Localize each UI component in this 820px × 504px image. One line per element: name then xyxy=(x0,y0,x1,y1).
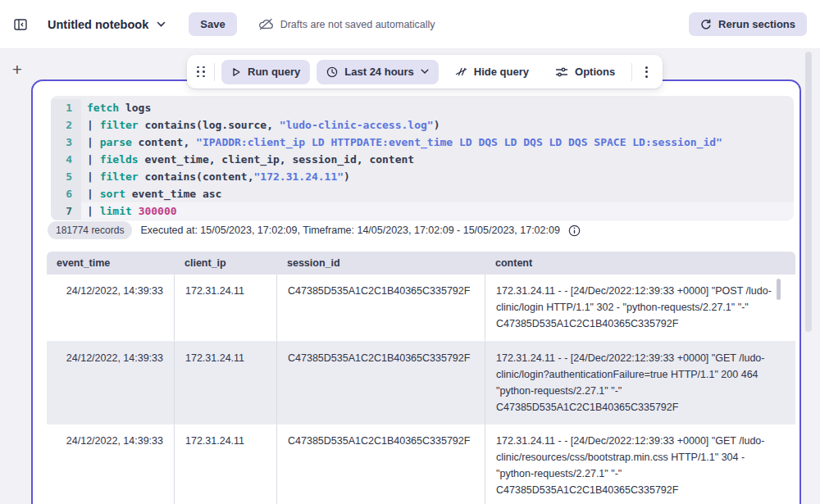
chevron-down-icon xyxy=(421,69,429,75)
cell-client_ip: 172.31.24.11 xyxy=(175,342,277,424)
code-line[interactable]: 6| sort event_time asc xyxy=(51,185,794,202)
hide-query-label: Hide query xyxy=(474,66,529,78)
info-icon[interactable] xyxy=(568,225,581,237)
section-toolbar: Run query Last 24 hours Hide query xyxy=(187,55,663,89)
timeframe-label: Last 24 hours xyxy=(344,66,414,78)
cell-session_id: C47385D535A1C2C1B40365C335792F xyxy=(277,425,485,504)
table-row[interactable]: 24/12/2022, 14:39:33172.31.24.11C47385D5… xyxy=(47,342,795,425)
code-line[interactable]: 3| parse content, "IPADDR:client_ip LD H… xyxy=(51,134,794,151)
notebook-topbar: Untitled notebook Save Drafts are not sa… xyxy=(0,0,820,49)
timeframe-selector[interactable]: Last 24 hours xyxy=(317,60,439,84)
collapse-sidebar-button[interactable] xyxy=(13,17,28,32)
drag-handle-icon[interactable] xyxy=(195,63,207,81)
table-vertical-scrollbar[interactable] xyxy=(777,279,781,300)
code-lines: 1fetch logs2| filter contains(log.source… xyxy=(51,99,794,220)
table-header-row: event_timeclient_ipsession_idcontent xyxy=(47,252,795,275)
cell-content: 172.31.24.11 - - [24/Dec/2022:12:39:33 +… xyxy=(485,342,795,424)
code-text: | sort event_time asc xyxy=(81,185,221,202)
line-number: 5 xyxy=(51,168,81,185)
clock-icon xyxy=(326,66,338,78)
refresh-icon xyxy=(700,19,712,30)
cell-event_time: 24/12/2022, 14:39:33 xyxy=(47,275,175,341)
page-vertical-scrollbar[interactable] xyxy=(805,52,812,332)
code-text: | filter contains(content,"172.31.24.11"… xyxy=(81,168,350,185)
sliders-icon xyxy=(555,66,568,78)
table-row[interactable]: 24/12/2022, 14:39:33172.31.24.11C47385D5… xyxy=(47,425,795,504)
code-text: | filter contains(log.source, "ludo-clin… xyxy=(81,116,440,134)
cell-content: 172.31.24.11 - - [24/Dec/2022:12:39:33 +… xyxy=(485,275,795,341)
line-number: 4 xyxy=(51,151,81,168)
run-query-label: Run query xyxy=(248,66,300,78)
line-number: 6 xyxy=(51,185,81,202)
code-line[interactable]: 2| filter contains(log.source, "ludo-cli… xyxy=(51,116,794,134)
table-row[interactable]: 24/12/2022, 14:39:33172.31.24.11C47385D5… xyxy=(47,275,795,342)
line-number: 1 xyxy=(51,99,81,116)
query-section-card: 1fetch logs2| filter contains(log.source… xyxy=(31,79,801,504)
rerun-sections-label: Rerun sections xyxy=(718,18,795,30)
cloud-off-icon xyxy=(258,18,274,30)
cell-event_time: 24/12/2022, 14:39:33 xyxy=(47,425,175,504)
code-line[interactable]: 7| limit 300000 xyxy=(51,202,794,220)
code-line[interactable]: 1fetch logs xyxy=(51,99,794,116)
cell-client_ip: 172.31.24.11 xyxy=(175,425,277,504)
run-query-button[interactable]: Run query xyxy=(221,60,310,84)
line-number: 2 xyxy=(51,116,81,134)
draft-status: Drafts are not saved automatically xyxy=(258,18,435,30)
hide-query-button[interactable]: Hide query xyxy=(445,60,539,84)
play-icon xyxy=(231,67,241,77)
notebook-title-menu[interactable]: Untitled notebook xyxy=(48,18,166,31)
code-text: | fields event_time, client_ip, session_… xyxy=(81,151,414,168)
column-header-content[interactable]: content xyxy=(485,257,795,269)
options-label: Options xyxy=(575,66,615,78)
execution-info-text: Executed at: 15/05/2023, 17:02:09, Timef… xyxy=(140,225,560,236)
draft-note-text: Drafts are not saved automatically xyxy=(280,19,435,30)
topbar-left-group: Untitled notebook Save Drafts are not sa… xyxy=(13,12,435,36)
cell-session_id: C47385D535A1C2C1B40365C335792F xyxy=(277,275,485,341)
column-header-event_time[interactable]: event_time xyxy=(47,257,175,269)
options-button[interactable]: Options xyxy=(545,60,625,84)
notebook-title: Untitled notebook xyxy=(48,18,148,31)
topbar-right-group: Rerun sections xyxy=(689,12,807,36)
toolbar-divider xyxy=(631,63,632,81)
cell-content: 172.31.24.11 - - [24/Dec/2022:12:39:33 +… xyxy=(485,425,795,504)
dql-query-editor[interactable]: 1fetch logs2| filter contains(log.source… xyxy=(51,96,794,220)
rerun-sections-button[interactable]: Rerun sections xyxy=(689,12,807,36)
hide-query-icon xyxy=(455,66,467,77)
add-section-button[interactable]: + xyxy=(7,59,28,80)
records-count-badge: 181774 records xyxy=(48,221,132,239)
column-header-client_ip[interactable]: client_ip xyxy=(175,257,277,269)
toolbar-divider xyxy=(214,63,215,81)
collapse-panel-icon xyxy=(13,17,28,32)
code-text: fetch logs xyxy=(81,99,151,116)
line-number: 7 xyxy=(51,202,81,220)
save-button[interactable]: Save xyxy=(189,12,236,36)
code-line[interactable]: 5| filter contains(content,"172.31.24.11… xyxy=(51,168,794,185)
table-body: 24/12/2022, 14:39:33172.31.24.11C47385D5… xyxy=(47,275,795,504)
cell-session_id: C47385D535A1C2C1B40365C335792F xyxy=(277,342,485,424)
line-number: 3 xyxy=(51,134,81,151)
cell-event_time: 24/12/2022, 14:39:33 xyxy=(47,342,175,424)
code-text: | parse content, "IPADDR:client_ip LD HT… xyxy=(81,134,722,151)
save-button-label: Save xyxy=(200,18,225,30)
more-options-kebab[interactable] xyxy=(639,61,654,83)
results-table: event_timeclient_ipsession_idcontent 24/… xyxy=(47,252,795,504)
code-line[interactable]: 4| fields event_time, client_ip, session… xyxy=(51,151,794,168)
chevron-down-icon xyxy=(157,21,166,28)
column-header-session_id[interactable]: session_id xyxy=(277,257,485,269)
cell-client_ip: 172.31.24.11 xyxy=(175,275,277,341)
query-status-row: 181774 records Executed at: 15/05/2023, … xyxy=(48,221,581,239)
code-text: | limit 300000 xyxy=(81,202,794,220)
